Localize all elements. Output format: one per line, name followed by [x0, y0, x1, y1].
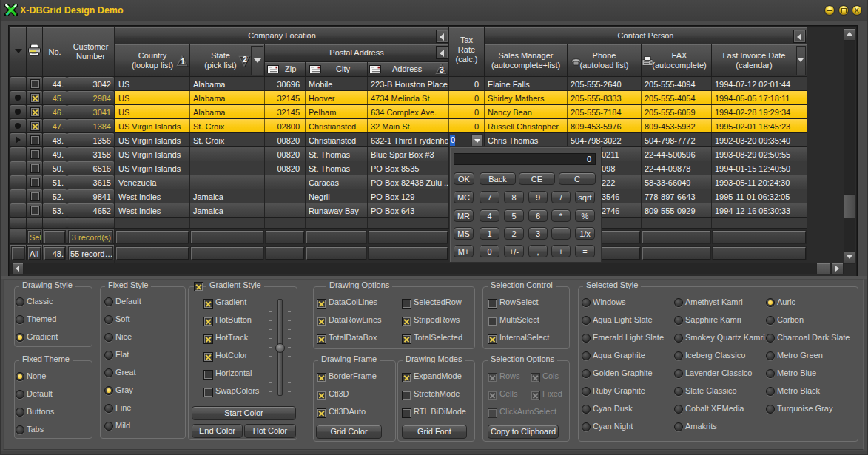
svg-text:1: 1	[181, 57, 185, 66]
svg-text:2: 2	[243, 55, 247, 64]
svg-text:3: 3	[440, 65, 444, 74]
